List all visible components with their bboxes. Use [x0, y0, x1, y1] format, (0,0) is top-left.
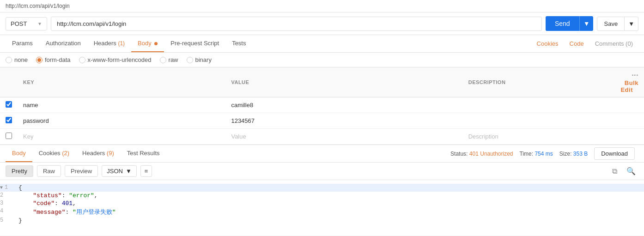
wrap-icon: ≡	[145, 168, 148, 175]
tab-tests[interactable]: Tests	[225, 35, 252, 52]
save-dropdown-icon[interactable]: ▼	[624, 17, 638, 30]
table-row: name camille8	[0, 97, 644, 113]
size-label: Size: 353 B	[559, 151, 588, 157]
tab-body[interactable]: Body	[131, 35, 164, 52]
format-chevron-icon: ▼	[126, 168, 132, 175]
code-line-5: 5 }	[0, 217, 644, 224]
view-raw-button[interactable]: Raw	[37, 165, 61, 177]
bulk-edit-button[interactable]: Bulk Edit	[619, 76, 638, 97]
form-table: KEY VALUE DESCRIPTION ··· Bulk Edit name…	[0, 67, 644, 145]
body-dot	[154, 42, 158, 45]
search-icon: 🔍	[626, 167, 636, 175]
placeholder-checkbox[interactable]	[6, 133, 12, 139]
code-line-4: 4 "message": "用户登录失败"	[0, 207, 644, 217]
tab-comments[interactable]: Comments (0)	[589, 36, 638, 52]
response-status: Status: 401 Unauthorized Time: 754 ms Si…	[450, 147, 638, 160]
row2-value[interactable]: 1234567	[225, 113, 462, 129]
option-binary[interactable]: binary	[187, 56, 212, 63]
line-num-1: ▼ 1	[0, 184, 18, 191]
placeholder-actions	[614, 129, 644, 145]
response-tab-body[interactable]: Body	[6, 145, 32, 162]
tab-code[interactable]: Code	[564, 36, 589, 52]
tab-authorization[interactable]: Authorization	[39, 35, 87, 52]
th-key: KEY	[18, 67, 225, 97]
response-tabs: Body Cookies (2) Headers (9) Test Result…	[0, 145, 644, 163]
code-line-1: ▼ 1 {	[0, 184, 644, 192]
download-button[interactable]: Download	[594, 147, 635, 160]
row2-checkbox-cell	[0, 113, 18, 129]
option-raw[interactable]: raw	[160, 56, 178, 63]
code-area: ▼ 1 { 2 "status": "error", 3 "code": 401…	[0, 180, 644, 236]
view-pretty-button[interactable]: Pretty	[6, 165, 33, 177]
line-content-4: "message": "用户登录失败"	[18, 208, 116, 216]
save-button[interactable]: Save ▼	[597, 17, 638, 31]
placeholder-description[interactable]: Description	[463, 129, 614, 145]
table-row: password 1234567	[0, 113, 644, 129]
method-select[interactable]: POST ▼	[6, 17, 47, 30]
radio-form-data	[36, 57, 43, 63]
row1-checkbox-cell	[0, 97, 18, 113]
view-preview-button[interactable]: Preview	[65, 165, 98, 177]
collapse-arrow-icon[interactable]: ▼	[0, 185, 3, 190]
row2-description[interactable]	[463, 113, 614, 129]
line-num-2: 2	[0, 192, 18, 199]
save-label: Save	[597, 17, 624, 30]
table-row-placeholder: Key Value Description	[0, 129, 644, 145]
placeholder-key[interactable]: Key	[18, 129, 225, 145]
line-num-5: 5	[0, 217, 18, 224]
radio-none	[6, 57, 12, 63]
th-actions: ··· Bulk Edit	[614, 67, 644, 97]
method-chevron-icon: ▼	[37, 21, 42, 26]
line-num-4: 4	[0, 208, 18, 214]
time-label: Time: 754 ms	[520, 151, 553, 157]
row2-key[interactable]: password	[18, 113, 225, 129]
code-line-3: 3 "code": 401,	[0, 200, 644, 207]
radio-urlencoded	[79, 57, 85, 63]
time-value: 754 ms	[535, 151, 553, 157]
format-select[interactable]: JSON ▼	[102, 165, 137, 177]
code-line-2: 2 "status": "error",	[0, 192, 644, 200]
line-content-2: "status": "error",	[18, 192, 98, 199]
title-bar: http://lcm.com/api/v1/login	[0, 0, 644, 12]
row2-checkbox[interactable]	[6, 117, 12, 123]
row2-actions	[614, 113, 644, 129]
radio-binary	[187, 57, 193, 63]
response-tab-headers[interactable]: Headers (9)	[76, 145, 121, 162]
title-url: http://lcm.com/api/v1/login	[6, 3, 70, 9]
option-none[interactable]: none	[6, 56, 28, 63]
response-toolbar: Pretty Raw Preview JSON ▼ ≡ ⧉ 🔍	[0, 163, 644, 180]
send-dropdown-icon[interactable]: ▼	[579, 16, 594, 31]
send-label: Send	[546, 16, 579, 31]
right-tabs: Cookies Code Comments (0)	[531, 36, 638, 52]
tab-prerequest[interactable]: Pre-request Script	[164, 35, 225, 52]
send-button[interactable]: Send ▼	[546, 16, 594, 31]
row1-checkbox[interactable]	[6, 101, 12, 108]
placeholder-value[interactable]: Value	[225, 129, 462, 145]
row1-actions	[614, 97, 644, 113]
body-options: none form-data x-www-form-urlencoded raw…	[0, 53, 644, 67]
url-bar: POST ▼ Send ▼ Save ▼	[0, 12, 644, 35]
option-urlencoded[interactable]: x-www-form-urlencoded	[79, 56, 152, 63]
response-tab-cookies[interactable]: Cookies (2)	[32, 145, 76, 162]
status-label: Status: 401 Unauthorized	[450, 151, 513, 157]
copy-button[interactable]: ⧉	[609, 166, 620, 176]
tab-cookies[interactable]: Cookies	[531, 36, 564, 52]
response-tab-test-results[interactable]: Test Results	[121, 145, 166, 162]
url-input[interactable]	[51, 17, 542, 31]
size-value: 353 B	[573, 151, 588, 157]
line-content-3: "code": 401,	[18, 200, 76, 207]
tab-params[interactable]: Params	[6, 35, 39, 52]
row1-value[interactable]: camille8	[225, 97, 462, 113]
tab-headers[interactable]: Headers (1)	[87, 35, 131, 52]
method-label: POST	[11, 20, 27, 27]
search-button[interactable]: 🔍	[624, 166, 638, 176]
placeholder-checkbox-cell	[0, 129, 18, 145]
row1-description[interactable]	[463, 97, 614, 113]
line-num-3: 3	[0, 200, 18, 206]
line-content-1: {	[18, 184, 22, 191]
th-description: DESCRIPTION	[463, 67, 614, 97]
row1-key[interactable]: name	[18, 97, 225, 113]
wrap-button[interactable]: ≡	[140, 165, 152, 177]
option-form-data[interactable]: form-data	[36, 56, 71, 63]
th-value: VALUE	[225, 67, 462, 97]
